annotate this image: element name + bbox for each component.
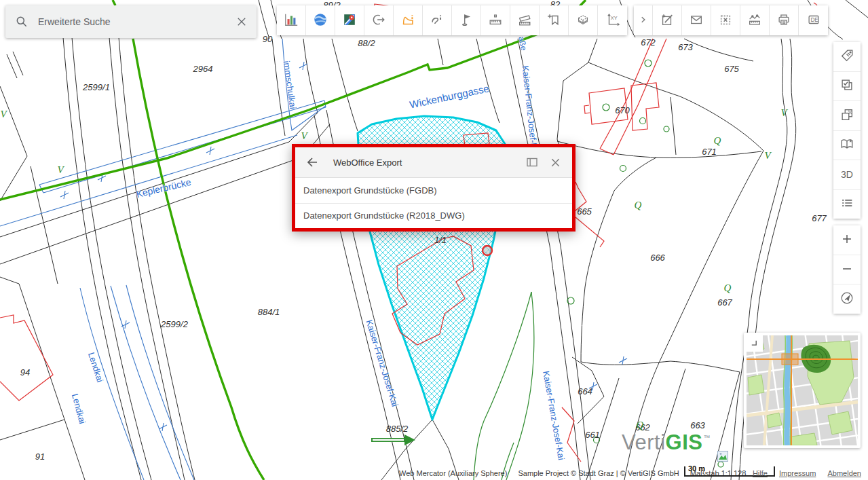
vertigis-watermark: VertiGIS™ xyxy=(622,430,728,467)
bar-chart-icon xyxy=(284,12,299,29)
redlining-button[interactable] xyxy=(653,5,682,35)
search-icon xyxy=(15,15,29,29)
sidebar-item-basemap[interactable] xyxy=(833,101,861,131)
search-clear-button[interactable] xyxy=(227,7,257,37)
main-toolbar: XY xyxy=(277,5,627,35)
export-option-dwg[interactable]: Datenexport Grundstücke (R2018_DWG) xyxy=(295,203,572,229)
weboffice-app: 9088/289/28229642599/12599/2884/19491885… xyxy=(0,0,868,480)
scale-bar-label: 30 m xyxy=(688,464,705,473)
google-earth-button[interactable] xyxy=(306,5,335,35)
deselect-icon xyxy=(718,12,733,29)
help-link[interactable]: Hilfe xyxy=(753,469,768,477)
dialog-back-button[interactable] xyxy=(301,151,324,174)
chevron-right-icon xyxy=(637,14,649,28)
measure-area-button[interactable] xyxy=(510,5,540,35)
xy-axes-icon: XY xyxy=(605,12,620,29)
poi-marker xyxy=(483,246,492,255)
language-de-icon: DE xyxy=(806,12,821,29)
flow-arrow xyxy=(371,435,415,445)
bookmark-plus-icon xyxy=(546,12,561,29)
watermark-tm: ™ xyxy=(703,434,711,441)
map-pin-icon xyxy=(342,12,357,29)
watermark-gis: GIS xyxy=(666,430,703,455)
area-ruler-icon xyxy=(517,12,532,29)
locate-arrow-icon xyxy=(839,291,854,308)
print-button[interactable] xyxy=(770,5,799,35)
zoom-out-button[interactable] xyxy=(833,255,861,285)
dialog-dock-button[interactable] xyxy=(521,151,544,174)
zoom-in-button[interactable] xyxy=(833,225,861,255)
add-bookmark-button[interactable] xyxy=(540,5,569,35)
dialog-title: WebOffice Export xyxy=(333,158,402,168)
dialog-close-button[interactable] xyxy=(544,151,567,174)
sidebar-item-3d[interactable]: 3D xyxy=(833,160,861,190)
transparency-squares-icon xyxy=(839,107,854,124)
tag-icon xyxy=(839,48,854,65)
printer-icon xyxy=(776,12,791,29)
line-info-button[interactable] xyxy=(423,5,452,35)
green-utility-lines xyxy=(0,0,586,480)
flag-icon xyxy=(459,12,474,29)
flag-marker-button[interactable] xyxy=(452,5,481,35)
minimap-canvas xyxy=(747,335,858,445)
open-book-icon xyxy=(839,136,854,153)
envelope-icon xyxy=(689,12,704,29)
globe-icon xyxy=(313,12,328,29)
language-button[interactable]: DE xyxy=(799,5,828,35)
threed-label: 3D xyxy=(841,169,853,180)
locate-button[interactable] xyxy=(833,284,861,314)
box-3d-icon xyxy=(575,12,590,29)
plus-icon xyxy=(839,232,854,248)
logout-link[interactable]: Abmelden xyxy=(827,469,861,477)
map-tools-sidebar: 3D xyxy=(833,42,861,219)
layers-check-icon xyxy=(839,77,854,94)
line-info-icon xyxy=(430,12,445,29)
profile-measure-button[interactable] xyxy=(740,5,770,35)
sidebar-item-tags[interactable] xyxy=(833,42,861,72)
polygon-info-icon xyxy=(400,12,415,29)
sidebar-item-overview[interactable] xyxy=(833,190,861,219)
search-input[interactable] xyxy=(37,16,227,28)
svg-text:DE: DE xyxy=(810,17,818,23)
ruler-icon xyxy=(488,12,503,29)
secondary-toolbar: DE xyxy=(634,5,828,35)
google-maps-button[interactable] xyxy=(335,5,364,35)
measure-distance-button[interactable] xyxy=(481,5,510,35)
attribution-label: Sample Project © Stadt Graz | © VertiGIS… xyxy=(518,469,679,477)
coordinates-button[interactable]: XY xyxy=(598,5,627,35)
vegetation-lines xyxy=(474,60,723,480)
sidebar-item-themes[interactable] xyxy=(833,72,861,102)
arrow-circle-icon xyxy=(371,12,386,29)
search-bar xyxy=(5,5,257,38)
sidebar-item-legend[interactable] xyxy=(833,131,861,161)
minus-icon xyxy=(839,261,854,278)
statistics-button[interactable] xyxy=(277,5,306,35)
area-info-button[interactable] xyxy=(394,5,423,35)
watermark-verti: Verti xyxy=(622,430,666,455)
profile-chart-icon xyxy=(747,12,762,29)
send-mail-button[interactable] xyxy=(682,5,711,35)
expand-toolbar-button[interactable] xyxy=(634,5,653,35)
minimap-collapse-button[interactable] xyxy=(745,334,763,352)
impressum-link[interactable]: Impressum xyxy=(779,469,816,477)
map-canvas[interactable] xyxy=(0,0,868,480)
broken-image-icon xyxy=(717,443,728,467)
export-option-fgdb[interactable]: Datenexport Grundstücke (FGDB) xyxy=(295,178,572,203)
overview-minimap[interactable] xyxy=(744,333,861,448)
list-icon xyxy=(839,196,854,213)
dialog-header: WebOffice Export xyxy=(295,147,572,178)
edit-square-icon xyxy=(660,12,675,29)
water-lines xyxy=(0,39,627,480)
export-view-button[interactable] xyxy=(364,5,394,35)
zoom-sidebar xyxy=(833,225,861,314)
footer-links: Hilfe Impressum Abmelden xyxy=(743,469,861,477)
extrude-3d-button[interactable] xyxy=(569,5,598,35)
clear-selection-button[interactable] xyxy=(711,5,740,35)
weboffice-export-dialog: WebOffice Export Datenexport Grundstücke… xyxy=(292,144,575,232)
projection-label: Web Mercator (Auxiliary Sphere) xyxy=(399,469,507,477)
svg-text:XY: XY xyxy=(610,15,617,21)
